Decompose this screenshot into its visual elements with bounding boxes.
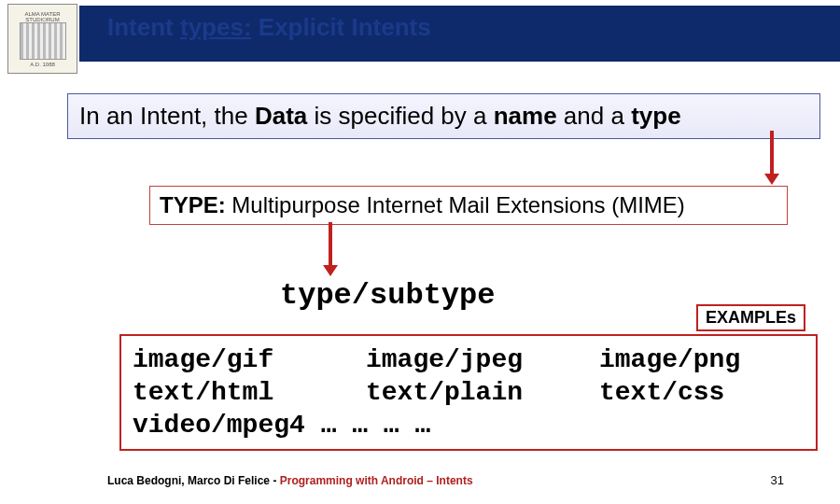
stmt-name: name xyxy=(494,102,557,130)
slide-title: Intent types: Explicit Intents xyxy=(107,13,431,42)
example-cell: text/plain xyxy=(366,376,599,409)
example-row: video/mpeg4 … … … … xyxy=(133,409,805,441)
logo-top-text: ALMA MATER STUDIORUM xyxy=(8,11,77,22)
example-cell: text/html xyxy=(133,376,366,409)
examples-box: image/gif image/jpeg image/png text/html… xyxy=(119,334,818,451)
type-subtype-text: type/subtype xyxy=(280,278,495,313)
arrow-down-icon xyxy=(329,222,332,269)
footer-authors: Luca Bedogni, Marco Di Felice xyxy=(107,474,270,487)
arrow-down-icon xyxy=(770,131,774,177)
stmt-3: is specified by a xyxy=(307,102,493,130)
examples-tag: EXAMPLEs xyxy=(696,304,805,331)
title-part-2: Explicit Intents xyxy=(252,13,431,41)
type-text: Multipurpose Internet Mail Extensions (M… xyxy=(226,192,685,217)
footer-course: Programming with Android – Intents xyxy=(280,474,473,487)
seal-icon xyxy=(20,22,66,60)
footer-dash: - xyxy=(270,474,280,487)
title-underline: types: xyxy=(180,13,252,41)
example-cell: text/css xyxy=(599,376,805,409)
university-logo: ALMA MATER STUDIORUM A.D. 1088 xyxy=(7,4,77,74)
example-cell: image/png xyxy=(599,343,805,376)
logo-bottom-text: A.D. 1088 xyxy=(30,62,55,67)
stmt-data: Data xyxy=(255,102,307,130)
example-row: text/html text/plain text/css xyxy=(133,376,805,409)
title-part-1: Intent xyxy=(107,13,180,41)
type-definition-box: TYPE: Multipurpose Internet Mail Extensi… xyxy=(149,186,788,225)
main-statement-box: In an Intent, the Data is specified by a… xyxy=(67,93,820,139)
example-row: image/gif image/jpeg image/png xyxy=(133,343,805,376)
example-cell: image/jpeg xyxy=(366,343,599,376)
example-cell: image/gif xyxy=(133,343,366,376)
stmt-1: In an Intent, the xyxy=(79,102,255,130)
stmt-5: and a xyxy=(557,102,632,130)
stmt-type: type xyxy=(631,102,680,130)
footer: Luca Bedogni, Marco Di Felice - Programm… xyxy=(107,474,473,487)
type-label: TYPE: xyxy=(160,192,226,217)
page-number: 31 xyxy=(771,473,784,487)
